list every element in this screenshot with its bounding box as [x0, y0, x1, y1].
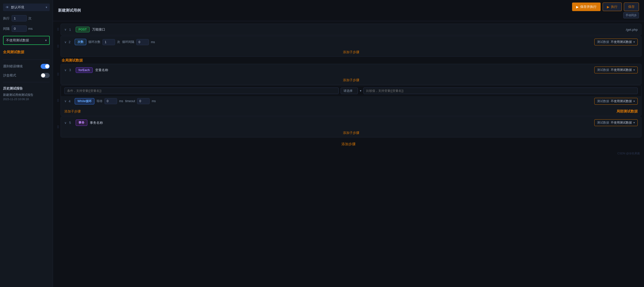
td-label: 测试数据	[597, 68, 609, 72]
compare-input[interactable]	[363, 88, 638, 94]
run-button[interactable]: ▶ 执行	[603, 3, 622, 11]
chevron-select-icon: ▾	[360, 89, 361, 93]
env-selector[interactable]: 👁 默认环境 ▾	[3, 4, 50, 11]
step-row: ⠿ ∨ 3 forEach 变量名称 测试数据 不使用测试数据 ▾ 添加子步骤	[53, 64, 644, 85]
step-4-content: 请选择 ▾ ∨ 4 While循环 等待 ms timeout ms	[61, 85, 641, 116]
count-badge: 次数	[75, 39, 86, 45]
save-run-label: 保存并执行	[580, 5, 597, 9]
manual-sync-button[interactable]: 手动同步	[623, 12, 639, 18]
page-title: 新建测试用例	[58, 8, 81, 13]
steps-area: ⠿ ∨ 1 POST 万能接口 /get.php ⠿ ∨ 2 次数 循环次数	[53, 21, 644, 287]
save-run-button[interactable]: ▶ 保存并执行	[572, 3, 601, 11]
step-3-header: ∨ 3 forEach 变量名称 测试数据 不使用测试数据 ▾	[61, 64, 641, 76]
loop-interval-unit: ms	[151, 40, 155, 44]
collapse-button[interactable]: ∨	[64, 28, 67, 31]
interval-input[interactable]	[12, 25, 27, 32]
drag-handle[interactable]: ⠿	[56, 117, 61, 137]
on-error-continue-row: 遇到错误继续	[3, 64, 50, 69]
step-1-content: ∨ 1 POST 万能接口 /get.php	[61, 24, 641, 35]
wait-unit: ms	[119, 99, 123, 103]
header-actions: ▶ 保存并执行 ▶ 执行 保存 手动同步	[572, 3, 639, 18]
manual-sync-label: 手动同步	[626, 14, 637, 17]
td-value: 不使用测试数据	[611, 40, 632, 44]
step-row: ⠿ 请选择 ▾ ∨ 4 While循环 等待	[53, 85, 644, 116]
test-data-badge[interactable]: 测试数据 不使用测试数据 ▾	[594, 119, 638, 126]
step-row: ⠿ ∨ 5 事务 事务名称 测试数据 不使用测试数据 ▾ 添加子步骤	[53, 117, 644, 137]
step-number: 3	[69, 68, 73, 72]
run-play-icon: ▶	[607, 5, 609, 9]
timeout-label: timeout	[125, 99, 135, 103]
sidebar: 👁 默认环境 ▾ 执行 次 间隔 ms 不使用测试数据 ▾ 全局测试数据 遇到错…	[0, 0, 53, 287]
loop-interval-label: 循环间隔	[122, 40, 134, 44]
test-data-label: 不使用测试数据	[6, 38, 29, 43]
play-icon: ▶	[576, 5, 579, 9]
loop-count-input[interactable]	[102, 39, 115, 45]
save-button[interactable]: 保存	[624, 3, 639, 11]
divider-2	[3, 82, 50, 82]
execute-unit: 次	[28, 16, 32, 21]
collapse-button[interactable]: ∨	[64, 40, 67, 44]
step-number: 5	[69, 121, 73, 125]
step-2-content: ∨ 2 次数 循环次数 次 循环间隔 ms 测试数据 不使用测试数据 ▾	[61, 36, 641, 57]
execute-input[interactable]	[12, 15, 27, 21]
local-test-data-label: 局部测试数据	[616, 109, 638, 114]
timeout-input[interactable]	[137, 98, 150, 104]
on-error-continue-toggle[interactable]	[41, 64, 50, 69]
collapse-button[interactable]: ∨	[64, 121, 67, 125]
global-test-data-title: 全局测试数据	[3, 49, 50, 55]
step-title: 变量名称	[95, 68, 342, 72]
save-label: 保存	[628, 5, 635, 9]
run-label: 执行	[611, 5, 618, 9]
add-child-step-button[interactable]: 添加子步骤	[61, 129, 641, 137]
divider	[3, 60, 50, 60]
add-step-label: 添加步骤	[341, 142, 356, 146]
add-child-step-button[interactable]: 添加子步骤	[61, 76, 641, 84]
td-value: 不使用测试数据	[611, 121, 632, 125]
sandbox-mode-toggle[interactable]	[41, 73, 50, 78]
chevron-down-icon: ▾	[633, 121, 635, 124]
test-data-badge[interactable]: 测试数据 不使用测试数据 ▾	[594, 98, 638, 105]
wait-label: 等待	[96, 99, 102, 103]
condition-select[interactable]: 请选择	[341, 88, 358, 94]
global-test-data-label: 全局测试数据	[62, 58, 83, 62]
wait-input[interactable]	[104, 98, 117, 104]
header: 新建测试用例 ▶ 保存并执行 ▶ 执行 保存 手动	[53, 0, 644, 21]
chevron-down-icon: ▾	[633, 68, 635, 72]
timeout-unit: ms	[152, 99, 156, 103]
env-label: 默认环境	[11, 5, 44, 10]
collapse-button[interactable]: ∨	[64, 68, 67, 72]
td-value: 不使用测试数据	[611, 99, 632, 103]
loop-interval-input[interactable]	[136, 39, 149, 45]
drag-handle[interactable]: ⠿	[56, 64, 61, 85]
on-error-continue-label: 遇到错误继续	[3, 64, 23, 69]
chevron-down-icon: ▾	[633, 40, 635, 44]
test-data-badge[interactable]: 测试数据 不使用测试数据 ▾	[594, 39, 638, 45]
step-5-header: ∨ 5 事务 事务名称 测试数据 不使用测试数据 ▾	[61, 117, 641, 129]
chevron-down-icon: ▾	[633, 100, 635, 103]
condition-input[interactable]	[64, 88, 339, 94]
test-data-badge[interactable]: 测试数据 不使用测试数据 ▾	[594, 67, 638, 73]
drag-handle[interactable]: ⠿	[56, 85, 61, 116]
td-label: 测试数据	[597, 99, 609, 103]
history-section: 历史测试报告 新建测试用例测试报告 2023-11-23 10:06:18	[3, 86, 50, 101]
add-child-step-button[interactable]: 添加子步骤	[61, 48, 641, 56]
step-2-header: ∨ 2 次数 循环次数 次 循环间隔 ms 测试数据 不使用测试数据 ▾	[61, 36, 641, 48]
execute-label: 执行	[3, 16, 10, 21]
step-number: 2	[69, 40, 73, 44]
eye-icon: 👁	[6, 5, 9, 9]
global-test-data-banner: 全局测试数据	[53, 57, 644, 64]
transaction-badge: 事务	[76, 120, 87, 126]
test-data-selector[interactable]: 不使用测试数据 ▾	[3, 36, 50, 45]
collapse-button[interactable]: ∨	[64, 99, 67, 103]
step-3-content: ∨ 3 forEach 变量名称 测试数据 不使用测试数据 ▾ 添加子步骤	[61, 64, 641, 85]
step-4-condition-line: 请选择 ▾	[61, 85, 641, 96]
drag-handle[interactable]: ⠿	[56, 36, 61, 57]
execute-row: 执行 次	[3, 15, 50, 21]
add-step-button[interactable]: 添加步骤	[53, 138, 644, 151]
drag-handle[interactable]: ⠿	[56, 24, 61, 35]
step-1-header: ∨ 1 POST 万能接口 /get.php	[61, 24, 641, 35]
history-item-date: 2023-11-23 10:06:18	[3, 98, 50, 101]
step-title: 万能接口	[92, 27, 623, 32]
add-child-step-button[interactable]: 添加子步骤	[64, 107, 83, 116]
history-item-label[interactable]: 新建测试用例测试报告	[3, 93, 50, 97]
